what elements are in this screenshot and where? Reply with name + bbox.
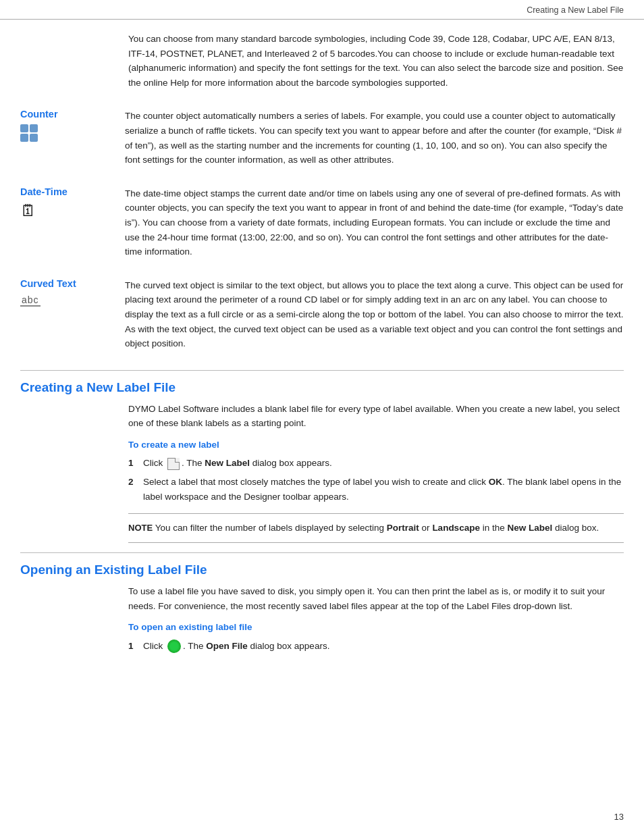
- datetime-body: The date-time object stamps the current …: [125, 186, 624, 259]
- barcode-intro: You can choose from many standard barcod…: [128, 32, 624, 90]
- creating-intro: DYMO Label Software includes a blank lab…: [128, 402, 624, 431]
- counter-icon-tr: [30, 124, 38, 132]
- note-label: NOTE: [128, 523, 153, 533]
- page: Creating a New Label File You can choose…: [0, 0, 644, 834]
- curved-text-icon: abc: [20, 293, 41, 307]
- open-step-1-text: Click . The Open File dialog box appears…: [143, 639, 624, 654]
- step-2-text: Select a label that most closely matches…: [143, 475, 624, 504]
- open-step-1-num: 1: [128, 639, 143, 654]
- curved-text-title: Curved Text: [20, 278, 76, 289]
- opening-content: To use a label file you have saved to di…: [128, 584, 624, 653]
- step-1-text: Click . The New Label dialog box appears…: [143, 456, 624, 471]
- page-footer: 13: [614, 812, 624, 822]
- curved-text-label: Curved Text abc: [20, 278, 125, 307]
- datetime-title: Date-Time: [20, 186, 68, 197]
- create-step-1: 1 Click . The New Label dialog box appea…: [128, 456, 624, 471]
- new-label-icon: [167, 458, 180, 470]
- datetime-icon: 🗓: [20, 201, 36, 220]
- page-header: Creating a New Label File: [0, 0, 644, 20]
- curved-text-body: The curved text object is similar to the…: [125, 278, 624, 351]
- step-1-bold: New Label: [205, 458, 250, 468]
- step-2-bold-ok: OK: [489, 477, 502, 487]
- page-number: 13: [614, 812, 624, 822]
- open-step-1: 1 Click . The Open File dialog box appea…: [128, 639, 624, 654]
- step-1-num: 1: [128, 456, 143, 471]
- note-box: NOTE You can filter the number of labels…: [128, 513, 624, 543]
- create-step-2: 2 Select a label that most closely match…: [128, 475, 624, 504]
- datetime-section: Date-Time 🗓 The date-time object stamps …: [20, 186, 624, 259]
- open-file-icon: [167, 640, 181, 653]
- creating-heading: Creating a New Label File: [20, 370, 624, 395]
- counter-icon: [20, 124, 38, 142]
- counter-section: Counter The counter object automatically…: [20, 109, 624, 167]
- note-text: You can filter the number of labels disp…: [153, 523, 599, 533]
- datetime-label: Date-Time 🗓: [20, 186, 125, 220]
- create-new-label-subheading: To create a new label: [128, 438, 624, 452]
- counter-icon-bl: [20, 134, 28, 142]
- open-step-1-bold: Open File: [206, 641, 248, 651]
- creating-content: DYMO Label Software includes a blank lab…: [128, 402, 624, 543]
- counter-icon-br: [30, 134, 38, 142]
- content-area: You can choose from many standard barcod…: [0, 20, 644, 671]
- note-landscape: Landscape: [432, 523, 480, 533]
- counter-label: Counter: [20, 109, 125, 142]
- opening-heading: Opening an Existing Label File: [20, 552, 624, 577]
- curved-text-section: Curved Text abc The curved text object i…: [20, 278, 624, 351]
- opening-intro: To use a label file you have saved to di…: [128, 584, 624, 613]
- step-2-num: 2: [128, 475, 143, 490]
- counter-body: The counter object automatically numbers…: [125, 109, 624, 167]
- note-new-label-bold: New Label: [507, 523, 552, 533]
- header-title: Creating a New Label File: [527, 5, 624, 15]
- open-existing-subheading: To open an existing label file: [128, 620, 624, 635]
- note-portrait: Portrait: [387, 523, 419, 533]
- counter-title: Counter: [20, 109, 58, 120]
- create-steps: 1 Click . The New Label dialog box appea…: [128, 456, 624, 504]
- open-steps: 1 Click . The Open File dialog box appea…: [128, 639, 624, 654]
- counter-icon-tl: [20, 124, 28, 132]
